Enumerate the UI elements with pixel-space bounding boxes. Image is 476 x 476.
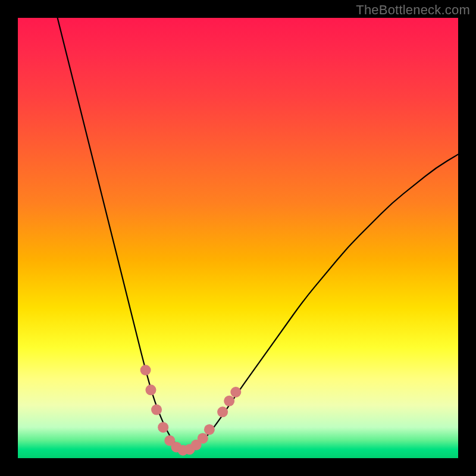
watermark-text: TheBottleneck.com (356, 2, 470, 18)
marker-point (224, 396, 234, 406)
marker-point (151, 405, 162, 415)
marker-point (217, 406, 228, 417)
marker-point (145, 384, 156, 395)
plot-area (18, 18, 458, 458)
bottleneck-curve (58, 18, 458, 449)
marker-point (158, 422, 168, 433)
marker-point (230, 387, 241, 397)
marker-point (140, 365, 151, 375)
marker-group (140, 365, 242, 456)
chart-frame: TheBottleneck.com (0, 0, 476, 476)
chart-svg (18, 18, 458, 458)
marker-point (204, 424, 215, 435)
marker-point (198, 433, 208, 444)
